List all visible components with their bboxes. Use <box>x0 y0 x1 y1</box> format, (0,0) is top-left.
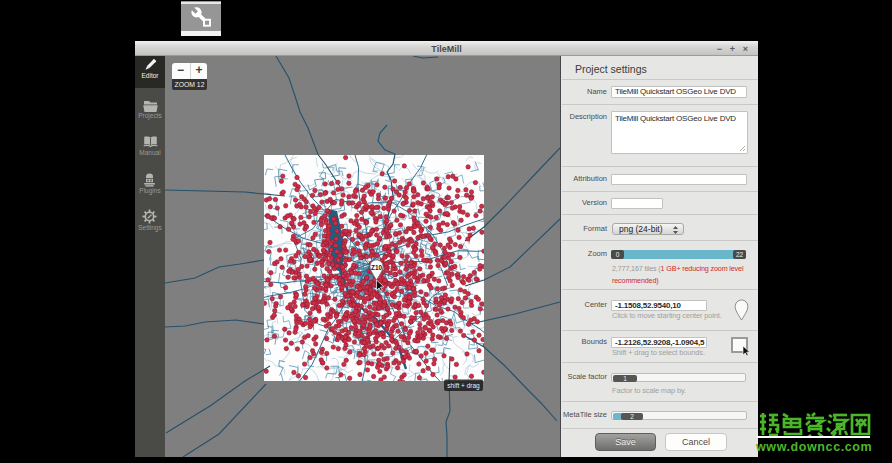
svg-text:shift + drag: shift + drag <box>447 382 480 390</box>
svg-text:Z10: Z10 <box>371 264 382 271</box>
